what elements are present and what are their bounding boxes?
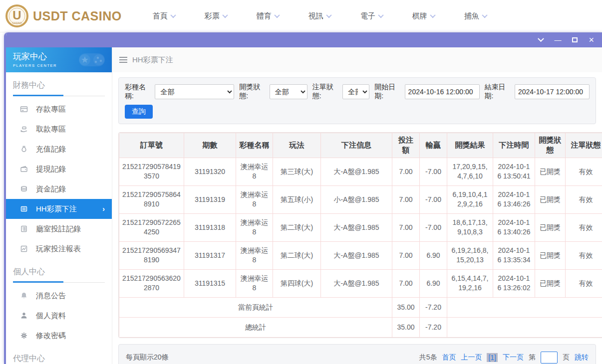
page-title: HH彩票下注 [132, 55, 173, 65]
report-chart-icon [20, 245, 28, 253]
player-center-window: — × 玩家中心 PLAYERS CENTER 財務中心 [4, 32, 602, 364]
window-minimize-button[interactable]: — [554, 36, 561, 44]
col-bet-amount: 投注額 [392, 133, 420, 158]
sidebar-item-change-password[interactable]: 修改密碼 [6, 326, 112, 346]
nav-item-live[interactable]: 視訊 [308, 11, 360, 21]
nav-item-fishing[interactable]: 捕魚 [464, 11, 516, 21]
chevron-down-icon [430, 12, 435, 18]
gear-icon [20, 332, 28, 340]
chevron-down-icon [222, 12, 228, 18]
chevron-down-icon [378, 12, 383, 18]
draw-status-select[interactable]: 全部 [270, 84, 307, 99]
window-collapse-button[interactable] [539, 36, 543, 44]
lottery-name-select[interactable]: 全部 [155, 84, 234, 99]
current-page-indicator: [1] [487, 353, 498, 362]
col-lottery: 彩種名稱 [236, 133, 273, 158]
money-bag-icon [20, 145, 28, 153]
lottery-list-icon [20, 205, 28, 213]
sidebar-item-label: 充值記錄 [36, 145, 66, 154]
filter-panel: 彩種名稱: 全部 開獎狀態: 全部 注單狀態: 全部 開始日期: [118, 77, 596, 124]
start-date-input[interactable] [405, 84, 480, 99]
search-button[interactable]: 查詢 [125, 105, 153, 119]
jump-button[interactable]: 跳转 [575, 353, 589, 362]
sidebar-item-hh-lottery-bets[interactable]: HH彩票下注 › [6, 199, 112, 219]
sidebar-item-player-bet-report[interactable]: 玩家投注報表 [6, 239, 112, 259]
page-jump-input[interactable] [541, 352, 558, 364]
deposit-card-icon [20, 105, 28, 113]
next-page-link[interactable]: 下一页 [503, 353, 524, 362]
nav-item-slots[interactable]: 電子 [360, 11, 412, 21]
sidebar-item-profile[interactable]: 個人資料 [6, 306, 112, 326]
brand-name: USDT CASINO [33, 9, 122, 23]
svg-text:CASINO: CASINO [12, 21, 21, 24]
sidebar-section-agent: 代理中心 [13, 354, 105, 364]
sidebar-item-label: 個人資料 [36, 311, 66, 321]
table-row: 2152172905636202870 31191315 澳洲幸运8 第四球(大… [119, 269, 602, 297]
personal-menu: 消息公告 個人資料 修改密碼 [6, 286, 112, 346]
table-row: 2152172905784193570 31191320 澳洲幸运8 第三球(大… [119, 158, 602, 185]
sidebar-item-recharge-records[interactable]: 充值記錄 [6, 139, 112, 159]
total-summary-label: 總統計 [119, 317, 392, 337]
total-summary-winloss: -7.20 [420, 317, 447, 337]
nav-label: 電子 [360, 11, 375, 21]
col-play: 玩法 [273, 133, 321, 158]
sidebar-item-label: 資金記錄 [36, 184, 66, 194]
page-summary-label: 當前頁統計 [119, 297, 392, 317]
coins-icon [20, 185, 28, 193]
sidebar-banner: 玩家中心 PLAYERS CENTER [6, 47, 112, 72]
sidebar: 玩家中心 PLAYERS CENTER 財務中心 [6, 47, 112, 364]
window-maximize-button[interactable] [572, 36, 578, 44]
chevron-down-icon [326, 12, 331, 18]
sidebar-item-label: 玩家投注報表 [36, 244, 81, 254]
bets-table-container: 訂單號 期數 彩種名稱 玩法 下注信息 投注額 輸贏 開獎結果 下注時間 開獎狀… [118, 132, 602, 338]
sidebar-item-room-bet-records[interactable]: 廳室投註記錄 [6, 219, 112, 239]
brand-logo[interactable]: U CASINO USDT CASINO [5, 4, 122, 28]
order-status-select[interactable]: 全部 [342, 84, 369, 99]
window-titlebar: — × [6, 32, 602, 47]
nav-label: 棋牌 [412, 11, 427, 21]
col-order-status: 注單狀態 [566, 133, 602, 158]
sidebar-item-withdraw[interactable]: 取款專區 [6, 119, 112, 139]
section-divider [13, 95, 105, 96]
col-bet-info: 下注信息 [321, 133, 392, 158]
nav-item-cards[interactable]: 棋牌 [412, 11, 464, 21]
chevron-down-icon [170, 12, 176, 18]
col-draw-result: 開獎結果 [447, 133, 493, 158]
sidebar-item-fund-records[interactable]: 資金記錄 [6, 179, 112, 199]
sidebar-item-cashout-records[interactable]: 提現記錄 [6, 159, 112, 179]
person-icon [20, 312, 28, 320]
start-date-label: 開始日期: [374, 83, 402, 101]
nav-item-home[interactable]: 首頁 [153, 11, 205, 21]
sidebar-item-label: 修改密碼 [36, 331, 66, 341]
sidebar-section-finance: 財務中心 [13, 80, 105, 91]
col-winloss: 輸贏 [420, 133, 447, 158]
nav-label: 彩票 [205, 11, 220, 21]
prev-page-link[interactable]: 上一页 [461, 353, 482, 362]
order-status-label: 注單狀態: [312, 83, 340, 101]
page-summary-bet: 35.00 [392, 297, 420, 317]
sidebar-item-announcements[interactable]: 消息公告 [6, 286, 112, 306]
col-bet-time: 下注時間 [493, 133, 535, 158]
draw-status-label: 開獎狀態: [239, 83, 267, 101]
table-footer: 每頁顯示20條 共5条 首页 上一页 [1] 下一页 第 页 跳转 [118, 344, 596, 364]
sidebar-section-personal: 個人中心 [13, 267, 105, 277]
table-row: 2152172905693478190 31191317 澳洲幸运8 第二球(大… [119, 241, 602, 269]
pagination: 共5条 首页 上一页 [1] 下一页 第 页 跳转 [419, 352, 589, 364]
chevron-down-icon [274, 12, 280, 18]
top-navigation-bar: U CASINO USDT CASINO 首頁 彩票 體育 視訊 電子 棋牌 [0, 0, 602, 32]
casino-emblem-icon: U CASINO [5, 4, 29, 28]
bell-icon [20, 292, 28, 300]
sidebar-item-label: HH彩票下注 [36, 204, 77, 214]
nav-item-sports[interactable]: 體育 [257, 11, 308, 21]
window-close-button[interactable]: × [589, 36, 594, 44]
main-panel: HH彩票下注 彩種名稱: 全部 開獎狀態: 全部 注單狀態: [112, 47, 602, 364]
table-row: 2152172905758648910 31191319 澳洲幸运8 第五球(小… [119, 185, 602, 213]
end-date-input[interactable] [515, 84, 590, 99]
nav-item-lottery[interactable]: 彩票 [205, 11, 257, 21]
sidebar-item-label: 廳室投註記錄 [36, 224, 81, 234]
sidebar-item-deposit[interactable]: 存款專區 [6, 99, 112, 119]
hamburger-menu-icon[interactable] [119, 57, 127, 63]
first-page-link[interactable]: 首页 [442, 353, 456, 362]
finance-menu: 存款專區 取款專區 充值記錄 [6, 99, 112, 259]
nav-label: 捕魚 [464, 11, 479, 21]
